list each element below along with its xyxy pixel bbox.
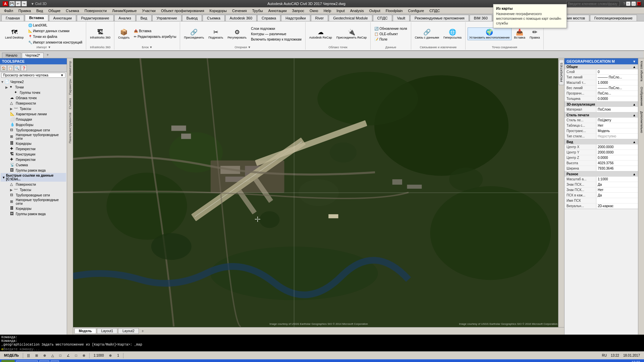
menu-spdс[interactable]: СПДС [427,8,442,13]
section-print-header[interactable]: Стиль печати ▲ [565,113,638,118]
value-thickness[interactable]: 0.0000 [596,96,638,101]
tab-help[interactable]: Справка [257,15,280,21]
ts-btn4[interactable]: ❓ [21,65,27,71]
add-layout-btn[interactable]: + [140,328,146,334]
tab-model[interactable]: Модель [74,328,96,334]
nav-tab-properties[interactable]: PROPERTIES [559,60,564,85]
value-transparency[interactable]: ПоСлo... [596,91,638,96]
expand-qr-alignments[interactable]: ▶ [10,188,14,192]
tab-view[interactable]: Вид [136,15,152,21]
qr-view-frames[interactable]: 🖼 Группы рамок вида [5,211,66,217]
ts-btn3[interactable]: 🔍 [14,65,20,71]
section-misc-header[interactable]: Разное ▲ [565,172,638,177]
section-3dviz-toggle[interactable]: ▲ [633,103,636,106]
menu-parcels[interactable]: Участки [140,8,158,13]
btn-update-field[interactable]: 🔄 Обновление поля [373,26,409,31]
menu-help[interactable]: Help [321,8,334,13]
status-model[interactable]: МОДЕЛЬ [3,353,20,358]
value-width[interactable]: 7930.3646 [596,166,638,171]
section-print-toggle[interactable]: ▲ [633,113,636,117]
btn-contours[interactable]: Контуры — различные [249,32,303,37]
tab-output[interactable]: Вывод [182,15,202,21]
qr-pipe-networks[interactable]: ⊟ Трубопроводные сети [5,192,66,198]
status-ducs[interactable]: ⊗ [81,353,87,358]
tree-points[interactable]: ▶ ✦ Точки [5,84,66,90]
tree-root[interactable]: ▼ 📄 Чертеж2 [1,79,66,84]
tab-start[interactable]: Начало [2,53,21,58]
command-input[interactable] [3,347,643,351]
value-linetype[interactable]: ——— ПоСлo... [596,75,638,80]
tab-adsk360[interactable]: Autodesk 360 [225,15,257,21]
value-ucs-name[interactable] [596,198,638,203]
ts-btn2[interactable]: 📋 [7,65,13,71]
tree-view-frames[interactable]: 🖼 Группы рамок вида [5,168,66,173]
status-grid[interactable]: ||| [26,353,31,358]
expand-points[interactable]: ▶ [5,85,9,89]
section-view-toggle[interactable]: ▲ [633,140,636,144]
value-print-space[interactable]: Модель [596,128,638,133]
value-center-x[interactable]: 2000.0000 [596,144,638,149]
tab-recommended[interactable]: Рекомендуемые приложения [410,15,469,21]
btn-field[interactable]: 📝 Поле [373,37,409,42]
right-tab-extra[interactable]: Дополнительно [638,109,644,136]
value-annotscale[interactable]: 1:1000 [596,177,638,182]
section-general-toggle[interactable]: ▲ [633,65,636,69]
btn-trim[interactable]: ✂ Подрезать [207,27,225,40]
btn-snap-underlays[interactable]: Включить привязку к подложкам [249,37,303,42]
tree-corridors[interactable]: 🛤 Коридоры [5,141,66,146]
menu-surfaces[interactable]: Поверхности [82,8,109,13]
menu-floodplain[interactable]: Floodplain [383,8,406,13]
value-material[interactable]: ПоСлою [596,107,638,112]
strip-tools[interactable]: Панель инструментов [68,111,72,145]
btn-import-survey[interactable]: 📐 Импорт данных съемки [26,28,84,34]
btn-infraworks[interactable]: 🏗 InfraWorks 360 [88,28,112,40]
undo-btn[interactable]: ↩ [15,1,21,6]
tree-alignments[interactable]: ▶ 〰 Трассы [5,106,66,111]
value-center-z[interactable]: 0.0000 [596,155,638,160]
btn-attach-recap[interactable]: 🔌 Присоединить ReCap [335,27,369,40]
minimize-btn[interactable]: − [626,1,631,6]
tree-pressure-networks[interactable]: ⊞ Напорные трубопроводные сети [5,133,66,141]
value-lineweight[interactable]: ——— ПоСлo... [596,85,638,90]
status-3dosnap[interactable]: ∠ [65,353,71,358]
btn-insert-block[interactable]: 📥 Вставка [132,28,178,34]
value-ucs-icon2[interactable]: Нет [596,187,638,192]
app-icon[interactable]: A [3,1,8,6]
status-polar[interactable]: △ [50,353,55,358]
strip-navigator[interactable]: Навигатор [68,60,72,77]
tab-layout2[interactable]: Layout2 [118,328,139,334]
btn-attach[interactable]: 🔗 Присоединить [182,27,206,40]
menu-analysis[interactable]: Analysis [347,8,367,13]
tree-charlines[interactable]: 📐 Характерные линии [5,111,66,117]
menu-configure[interactable]: Configure [406,8,427,13]
tab-geo2[interactable]: Геопозиционирование [590,15,637,21]
tab-layout1[interactable]: Layout1 [97,328,118,334]
menu-survey[interactable]: Съемка [63,8,82,13]
taskbar-autocad[interactable]: A [51,360,59,362]
tree-structures[interactable]: 🏗 Конструкции [5,152,66,157]
tree-point-groups[interactable]: ✦ Группы точек [5,90,66,95]
search-input[interactable] [566,1,620,6]
value-layer[interactable]: 0 [596,69,638,74]
right-tab-display[interactable]: Отображение [638,84,644,109]
tab-insert[interactable]: Вставка [25,14,48,21]
btn-regulate[interactable]: ⚙ Регулировать [226,27,248,40]
menu-pipes[interactable]: Трубы [250,8,266,13]
maximize-btn[interactable]: □ [631,1,636,6]
start-button[interactable]: ⊞ [1,360,15,362]
qr-corridors[interactable]: 🛤 Коридоры [5,206,66,211]
menu-annotations[interactable]: Аннотации [266,8,289,13]
btn-land-desktop[interactable]: 🗺 Land Desktop [3,28,25,40]
btn-edit-attrs[interactable]: ✏ Редактировать атрибуты [132,34,178,39]
btn-edit-geo[interactable]: ✏ Правка [528,27,541,40]
tree-crossings[interactable]: ✚ Перекрестки [5,157,66,162]
save-btn[interactable]: 💾 [9,1,15,6]
strip-survey[interactable]: Съемка [68,97,72,110]
value-ucs-icon1[interactable]: Да [596,182,638,187]
tree-point-clouds[interactable]: ☁ Облака точек [5,95,66,101]
tree-survey[interactable]: 📡 Съемка [5,162,66,168]
tab-edit[interactable]: Редактирование [77,15,114,21]
quick-access-toolbar[interactable]: 💾 ↩ ↪ [9,1,27,6]
help-btn[interactable]: ? [623,2,625,6]
expand-alignments[interactable]: ▶ [10,107,14,111]
